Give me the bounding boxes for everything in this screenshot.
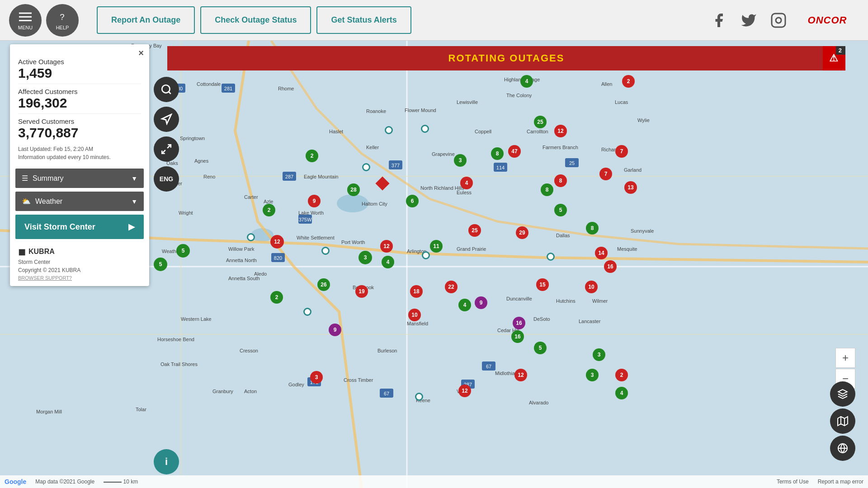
outage-marker[interactable]: 11: [430, 240, 443, 253]
outage-marker[interactable]: [321, 247, 330, 255]
outage-marker[interactable]: 16: [513, 317, 525, 329]
menu-button[interactable]: MENU: [9, 4, 42, 37]
outage-marker[interactable]: 9: [308, 195, 321, 207]
affected-customers-value: 196,302: [18, 95, 141, 111]
panel-close-button[interactable]: ×: [138, 48, 144, 58]
fullscreen-button[interactable]: [154, 136, 179, 162]
info-button[interactable]: i: [154, 449, 179, 474]
outage-marker[interactable]: 15: [536, 278, 549, 291]
outage-marker[interactable]: 6: [406, 195, 419, 207]
outage-marker[interactable]: 12: [554, 125, 567, 137]
outage-marker[interactable]: 3: [454, 154, 467, 167]
outage-marker[interactable]: 16: [604, 260, 617, 273]
svg-text:375W: 375W: [299, 217, 312, 222]
svg-text:820: 820: [274, 255, 282, 261]
terms-of-use-link[interactable]: Terms of Use: [777, 479, 809, 485]
outage-marker[interactable]: 10: [408, 309, 421, 321]
check-status-button[interactable]: Check Outage Status: [200, 6, 311, 34]
header: MENU ? HELP Report An Outage Check Outag…: [0, 0, 868, 41]
outage-marker[interactable]: [303, 308, 311, 316]
outage-marker[interactable]: 25: [468, 224, 481, 237]
outage-marker[interactable]: 4: [615, 387, 628, 399]
outage-marker[interactable]: 10: [585, 281, 598, 293]
outage-marker[interactable]: 22: [445, 281, 458, 293]
get-alerts-button[interactable]: Get Status Alerts: [316, 6, 411, 34]
outage-marker[interactable]: 19: [355, 285, 368, 298]
outage-marker[interactable]: 8: [586, 222, 599, 235]
outage-marker[interactable]: 8: [554, 174, 567, 187]
outage-marker[interactable]: 5: [154, 258, 167, 271]
outage-marker[interactable]: 8: [541, 183, 553, 196]
svg-text:?: ?: [60, 12, 64, 22]
outage-marker[interactable]: 4: [382, 256, 394, 268]
weather-toggle-button[interactable]: ⛅ Weather ▼: [15, 192, 144, 211]
visit-storm-center-button[interactable]: Visit Storm Center ▶: [15, 215, 144, 239]
svg-text:377: 377: [392, 163, 400, 168]
outage-marker[interactable]: 7: [599, 168, 612, 180]
outage-marker[interactable]: 13: [624, 181, 637, 194]
outage-marker[interactable]: [247, 233, 255, 241]
outage-marker[interactable]: 25: [534, 116, 547, 128]
svg-rect-4: [772, 14, 785, 27]
report-map-error-link[interactable]: Report a map error: [818, 479, 863, 485]
map-area[interactable]: 281 380 287 377 114 25 375W 820 171 67 2…: [0, 41, 868, 488]
outage-marker[interactable]: [362, 163, 370, 171]
layers-button[interactable]: [830, 381, 855, 407]
outage-marker[interactable]: 3: [593, 348, 605, 361]
map-footer: Google Map data ©2021 Google 10 km Terms…: [0, 475, 868, 488]
outage-marker[interactable]: 5: [534, 342, 547, 354]
outage-marker[interactable]: 28: [347, 183, 360, 196]
outage-marker[interactable]: 12: [514, 369, 527, 381]
outage-marker[interactable]: 5: [554, 204, 567, 216]
help-button[interactable]: ? HELP: [46, 4, 79, 37]
outage-marker[interactable]: [415, 393, 423, 401]
google-logo: Google: [5, 478, 26, 485]
globe-button[interactable]: [830, 436, 855, 461]
outage-marker[interactable]: 2: [306, 150, 318, 162]
outage-marker[interactable]: 12: [380, 240, 393, 253]
outage-marker[interactable]: [547, 253, 555, 261]
outage-marker[interactable]: 9: [329, 324, 341, 336]
report-outage-button[interactable]: Report An Outage: [97, 6, 195, 34]
outage-marker[interactable]: [421, 125, 429, 133]
outage-marker[interactable]: 2: [622, 75, 635, 88]
outage-marker[interactable]: 12: [458, 385, 471, 397]
browser-support-link[interactable]: BROWSER SUPPORT?: [18, 275, 141, 281]
outage-marker[interactable]: [422, 251, 430, 259]
map-scale: 10 km: [104, 479, 138, 485]
outage-marker[interactable]: 3: [359, 251, 372, 264]
outage-marker[interactable]: 14: [595, 247, 608, 259]
outage-marker[interactable]: 3: [586, 369, 599, 381]
summary-toggle-button[interactable]: ☰ Summary ▼: [15, 169, 144, 188]
outage-marker[interactable]: 2: [270, 291, 283, 304]
oncor-logo: ONCOR: [800, 7, 854, 34]
outage-marker[interactable]: [385, 126, 393, 134]
outage-marker[interactable]: 8: [491, 147, 504, 160]
facebook-icon[interactable]: [711, 12, 727, 28]
outage-marker[interactable]: 4: [460, 177, 473, 189]
outage-marker[interactable]: 16: [511, 330, 524, 343]
outage-marker[interactable]: 2: [615, 369, 628, 381]
instagram-icon[interactable]: [770, 12, 787, 28]
outage-marker[interactable]: 4: [520, 75, 533, 88]
location-button[interactable]: [154, 107, 179, 132]
banner-alert-button[interactable]: ⚠ 2: [823, 46, 845, 70]
outage-marker[interactable]: 18: [410, 285, 423, 298]
outage-marker[interactable]: 9: [475, 296, 487, 309]
outage-marker[interactable]: 12: [270, 235, 284, 249]
outage-marker[interactable]: 47: [508, 145, 521, 158]
map-view-button[interactable]: [830, 408, 855, 434]
outage-marker[interactable]: 26: [317, 278, 330, 291]
summary-label: Summary: [33, 174, 63, 183]
twitter-icon[interactable]: [741, 12, 757, 28]
language-button[interactable]: ENG: [154, 166, 179, 192]
outage-marker[interactable]: 4: [458, 299, 471, 311]
outage-marker[interactable]: 7: [615, 145, 628, 158]
outage-marker[interactable]: 3: [310, 371, 323, 384]
outage-marker[interactable]: 29: [516, 226, 528, 239]
outage-marker[interactable]: 5: [176, 244, 190, 258]
zoom-in-button[interactable]: +: [835, 348, 855, 368]
svg-point-7: [337, 194, 368, 212]
outage-marker[interactable]: 2: [263, 204, 275, 216]
search-map-button[interactable]: [154, 77, 179, 102]
